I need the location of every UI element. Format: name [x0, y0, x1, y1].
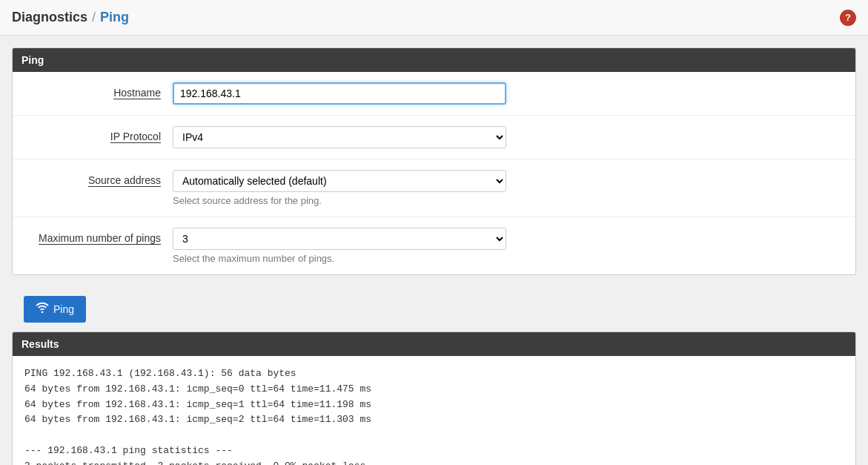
results-output: PING 192.168.43.1 (192.168.43.1): 56 dat…	[13, 356, 855, 465]
hostname-control	[173, 82, 844, 105]
source-address-row: Source address Automatically selected (d…	[13, 159, 855, 217]
ping-button[interactable]: Ping	[24, 296, 86, 323]
hostname-label: Hostname	[24, 82, 173, 99]
ip-protocol-label: IP Protocol	[24, 126, 173, 142]
button-row: Ping	[12, 287, 856, 332]
max-pings-help: Select the maximum number of pings.	[173, 253, 844, 264]
max-pings-control: 1 2 3 4 5 10 Select the maximum number o…	[173, 228, 844, 264]
ping-panel: Ping Hostname IP Protocol IPv4	[12, 47, 856, 275]
source-address-control: Automatically selected (default) Select …	[173, 170, 844, 206]
results-panel: Results PING 192.168.43.1 (192.168.43.1)…	[12, 332, 856, 465]
breadcrumb-separator: /	[92, 10, 96, 25]
max-pings-label: Maximum number of pings	[24, 228, 173, 244]
source-address-label: Source address	[24, 170, 173, 186]
hostname-input[interactable]	[173, 82, 506, 105]
ping-panel-body: Hostname IP Protocol IPv4 IPv6	[13, 72, 855, 274]
ip-protocol-control: IPv4 IPv6	[173, 126, 844, 148]
source-address-select[interactable]: Automatically selected (default)	[173, 170, 506, 192]
ping-wifi-icon	[36, 301, 49, 317]
help-icon[interactable]: ?	[840, 10, 856, 26]
source-address-help: Select source address for the ping.	[173, 195, 844, 206]
ip-protocol-row: IP Protocol IPv4 IPv6	[13, 116, 855, 159]
hostname-row: Hostname	[13, 72, 855, 116]
results-panel-heading: Results	[13, 332, 855, 356]
breadcrumb-parent: Diagnostics	[12, 10, 87, 25]
main-content: Ping Hostname IP Protocol IPv4	[0, 36, 868, 465]
ping-button-label: Ping	[53, 303, 74, 315]
ping-panel-heading: Ping	[13, 48, 855, 72]
page-header: Diagnostics / Ping ?	[0, 0, 868, 36]
breadcrumb: Diagnostics / Ping	[12, 10, 129, 25]
max-pings-select[interactable]: 1 2 3 4 5 10	[173, 228, 506, 250]
ip-protocol-select[interactable]: IPv4 IPv6	[173, 126, 506, 148]
max-pings-row: Maximum number of pings 1 2 3 4 5 10 Sel…	[13, 217, 855, 274]
breadcrumb-current: Ping	[100, 10, 129, 25]
results-panel-body: PING 192.168.43.1 (192.168.43.1): 56 dat…	[13, 356, 855, 465]
